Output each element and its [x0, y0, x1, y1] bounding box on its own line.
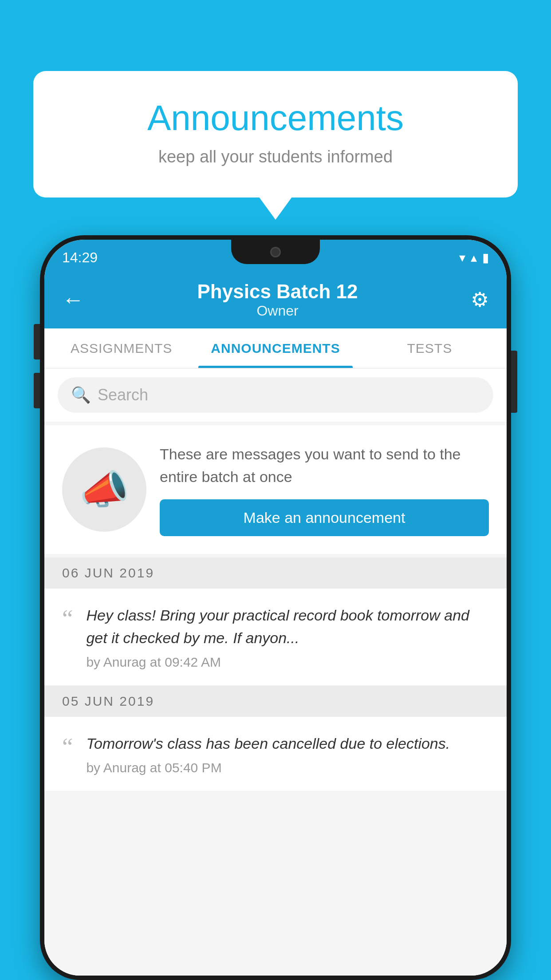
- phone-container: 14:29 ▾ ▴ ▮ ← Physics Batch 12 Owner ⚙: [40, 235, 511, 980]
- announcement-item-2[interactable]: “ Tomorrow's class has been cancelled du…: [44, 717, 507, 791]
- back-button[interactable]: ←: [62, 287, 84, 312]
- app-bar-title: Physics Batch 12: [197, 281, 358, 303]
- promo-description: These are messages you want to send to t…: [160, 443, 489, 488]
- quote-icon-1: “: [62, 606, 73, 631]
- search-icon: 🔍: [71, 386, 91, 404]
- speech-bubble-section: Announcements keep all your students inf…: [33, 71, 518, 198]
- date-separator-2: 05 JUN 2019: [44, 686, 507, 717]
- signal-icon: ▴: [471, 250, 477, 265]
- app-bar: ← Physics Batch 12 Owner ⚙: [44, 271, 507, 328]
- speech-bubble-card: Announcements keep all your students inf…: [33, 71, 518, 198]
- feature-subtitle: keep all your students informed: [69, 147, 482, 166]
- tab-tests[interactable]: TESTS: [353, 328, 507, 368]
- make-announcement-button[interactable]: Make an announcement: [160, 499, 489, 536]
- wifi-icon: ▾: [459, 250, 465, 265]
- quote-icon-2: “: [62, 735, 73, 759]
- volume-up-button: [34, 324, 40, 360]
- announcement-text-2: Tomorrow's class has been cancelled due …: [86, 732, 489, 755]
- tab-assignments[interactable]: ASSIGNMENTS: [44, 328, 198, 368]
- megaphone-circle: 📣: [62, 447, 146, 532]
- search-placeholder-text: Search: [98, 386, 148, 404]
- settings-icon[interactable]: ⚙: [471, 288, 489, 312]
- app-bar-subtitle: Owner: [197, 303, 358, 319]
- announcement-text-1: Hey class! Bring your practical record b…: [86, 604, 489, 649]
- announcement-item-1[interactable]: “ Hey class! Bring your practical record…: [44, 589, 507, 686]
- status-time: 14:29: [62, 249, 98, 266]
- announcement-content-2: Tomorrow's class has been cancelled due …: [86, 732, 489, 775]
- volume-down-button: [34, 373, 40, 408]
- announcement-meta-2: by Anurag at 05:40 PM: [86, 760, 489, 775]
- promo-card: 📣 These are messages you want to send to…: [44, 425, 507, 554]
- announcement-meta-1: by Anurag at 09:42 AM: [86, 655, 489, 670]
- date-separator-1: 06 JUN 2019: [44, 557, 507, 589]
- search-container: 🔍 Search: [44, 368, 507, 422]
- megaphone-icon: 📣: [79, 466, 129, 513]
- promo-right: These are messages you want to send to t…: [160, 443, 489, 536]
- announcement-content-1: Hey class! Bring your practical record b…: [86, 604, 489, 670]
- feature-title: Announcements: [69, 98, 482, 138]
- tab-bar: ASSIGNMENTS ANNOUNCEMENTS TESTS: [44, 328, 507, 368]
- front-camera: [270, 247, 281, 257]
- phone-notch: [231, 240, 320, 264]
- status-icons: ▾ ▴ ▮: [459, 250, 489, 265]
- battery-icon: ▮: [482, 250, 489, 265]
- phone-frame: 14:29 ▾ ▴ ▮ ← Physics Batch 12 Owner ⚙: [40, 235, 511, 980]
- phone-screen: 14:29 ▾ ▴ ▮ ← Physics Batch 12 Owner ⚙: [44, 240, 507, 976]
- content-area: 🔍 Search 📣 These are messages you want t…: [44, 368, 507, 976]
- search-bar[interactable]: 🔍 Search: [58, 377, 493, 413]
- app-bar-title-area: Physics Batch 12 Owner: [197, 281, 358, 319]
- tab-announcements[interactable]: ANNOUNCEMENTS: [198, 328, 352, 368]
- power-button: [511, 351, 517, 413]
